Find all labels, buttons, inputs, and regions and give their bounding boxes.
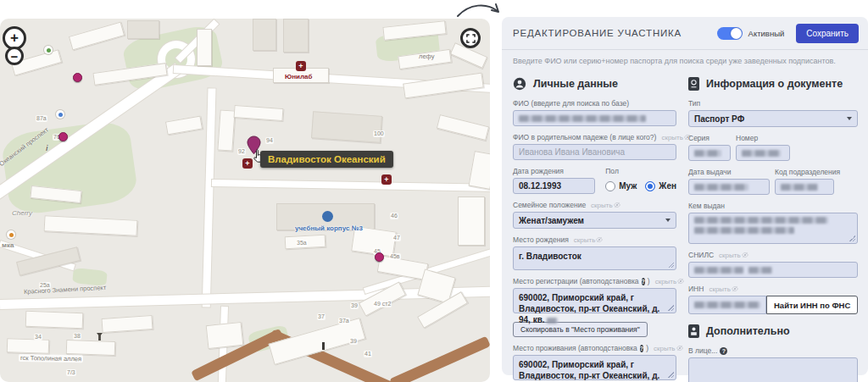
eye-off-icon — [742, 252, 748, 258]
map-tooltip: Владивосток Океанский — [260, 151, 393, 168]
hide-link[interactable]: скрыть — [591, 202, 620, 209]
issued-by-label: Кем выдан — [688, 202, 858, 210]
passport-icon — [688, 77, 699, 91]
eye-off-icon — [732, 285, 738, 292]
house-number: 37 — [317, 313, 326, 320]
tower-icon — [97, 333, 103, 340]
document-info-column: Информация о документе Тип Паспорт РФ Се… — [688, 72, 858, 382]
hide-link[interactable]: скрыть — [574, 236, 604, 244]
house-number: 49 ст2 — [373, 301, 392, 307]
house-number: 39 — [349, 338, 358, 345]
redacted-value — [694, 302, 760, 308]
extra-section-header: Дополнительно — [688, 324, 858, 338]
gender-female-radio[interactable] — [645, 181, 655, 191]
fullscreen-button[interactable] — [460, 28, 481, 48]
monument-icon — [322, 342, 325, 350]
hide-link[interactable]: скрыть — [655, 278, 685, 285]
curved-arrow — [454, 1, 504, 19]
document-section-header: Информация о документе — [688, 77, 858, 91]
poi-label: мка — [2, 241, 14, 249]
house-number: 92 — [237, 148, 246, 155]
redacted-value — [694, 150, 721, 157]
redacted-value — [748, 267, 772, 274]
doc-type-label: Тип — [688, 99, 858, 108]
house-number: 46 — [390, 213, 398, 219]
number-input[interactable] — [736, 145, 790, 161]
chevron-down-icon — [847, 117, 852, 120]
map-marker[interactable] — [375, 252, 384, 262]
find-inn-button[interactable]: Найти ИНН по ФНС — [766, 296, 858, 314]
save-button[interactable]: Сохранить — [796, 24, 859, 43]
document-section-title: Информация о документе — [706, 78, 843, 90]
map-marker[interactable] — [73, 73, 82, 82]
help-icon[interactable]: ? — [640, 345, 643, 352]
redacted-value — [694, 267, 743, 274]
fio-input[interactable] — [513, 110, 676, 126]
doc-type-select[interactable]: Паспорт РФ — [688, 110, 858, 127]
redacted-value — [694, 227, 794, 234]
personal-data-column: Личные данные ФИО (введите для поиска по… — [513, 72, 676, 382]
registration-textarea[interactable]: 690002, Приморский край, г Владивосток, … — [513, 288, 676, 313]
marital-select[interactable]: Женат/замужем — [513, 212, 676, 229]
dept-code-input[interactable] — [775, 179, 834, 195]
house-number: 38 — [73, 333, 81, 340]
dept-code-label: Код подразделения — [775, 168, 858, 176]
street-label: гск Тополиная аллея — [19, 354, 83, 363]
redacted-value — [547, 318, 558, 324]
info-icon: i — [46, 144, 48, 152]
edit-participant-panel: РЕДАКТИРОВАНИЕ УЧАСТНИКА Активный Сохран… — [502, 17, 868, 375]
hide-link[interactable]: скрыть — [719, 252, 748, 259]
medical-cross-icon: + — [381, 174, 392, 185]
house-number: 94 — [265, 137, 274, 144]
house-number: 7/3 — [66, 369, 76, 376]
redacted-value — [742, 150, 781, 157]
hide-link[interactable]: скрыть — [661, 134, 691, 141]
house-number: 35а — [296, 240, 308, 246]
poi-dot-icon — [44, 46, 53, 54]
active-toggle-label: Активный — [748, 29, 785, 38]
eye-off-icon — [596, 236, 603, 243]
gender-female-label: Жен — [659, 181, 676, 191]
redacted-value — [694, 217, 828, 224]
residence-label: Место проживания (автоподстановка ? ) ск… — [513, 344, 676, 352]
active-toggle[interactable] — [717, 27, 743, 40]
poi-dot-icon — [7, 230, 15, 239]
id-card-icon — [688, 324, 699, 338]
personal-section-header: Личные данные — [513, 77, 676, 91]
dob-input[interactable]: 08.12.1993 — [513, 178, 595, 194]
fio-gen-placeholder: Иванова Ивана Ивановича — [519, 147, 625, 157]
screenshot: 929410087а76464735а4545в25а3737а39394149… — [0, 0, 868, 382]
zoom-out-button[interactable]: − — [5, 47, 24, 65]
map-marker[interactable] — [58, 132, 68, 141]
hide-link[interactable]: скрыть — [709, 285, 738, 293]
issue-date-input[interactable] — [688, 179, 770, 195]
plus-icon: + — [10, 30, 19, 47]
help-icon[interactable]: ? — [720, 347, 727, 355]
in-face-textarea[interactable] — [688, 357, 858, 382]
series-input[interactable] — [688, 145, 731, 161]
registration-label: Место регистрации (автоподстановка ? ) с… — [513, 277, 676, 285]
dob-label: Дата рождения — [513, 167, 595, 175]
snils-input[interactable] — [688, 262, 858, 278]
gender-male-radio[interactable] — [605, 181, 615, 191]
house-number: 41 — [364, 351, 372, 357]
poi-label: Cherry — [12, 209, 32, 217]
help-icon[interactable]: ? — [642, 278, 645, 285]
house-number: 45в — [389, 253, 401, 260]
fio-label: ФИО (введите для поиска по базе) — [513, 99, 676, 108]
snils-label: СНИЛС скрыть — [688, 251, 858, 259]
hide-link[interactable]: скрыть — [654, 345, 683, 352]
redacted-value — [519, 115, 646, 122]
redacted-value — [694, 184, 748, 191]
map-canvas[interactable]: 929410087а76464735а4545в25а3737а39394149… — [0, 19, 490, 382]
issued-by-textarea[interactable] — [688, 213, 858, 244]
gender-male-label: Муж — [619, 181, 637, 191]
fio-gen-input[interactable]: Иванова Ивана Ивановича — [513, 144, 676, 160]
series-label: Серия — [688, 134, 731, 142]
panel-header: РЕДАКТИРОВАНИЕ УЧАСТНИКА Активный Сохран… — [502, 17, 868, 50]
birthplace-textarea[interactable]: г. Владивосток — [513, 246, 676, 270]
eye-off-icon — [614, 202, 620, 208]
inn-input[interactable] — [688, 296, 766, 314]
residence-textarea[interactable]: 690002, Приморский край, г Владивосток, … — [513, 355, 676, 380]
eye-off-icon — [676, 345, 683, 352]
